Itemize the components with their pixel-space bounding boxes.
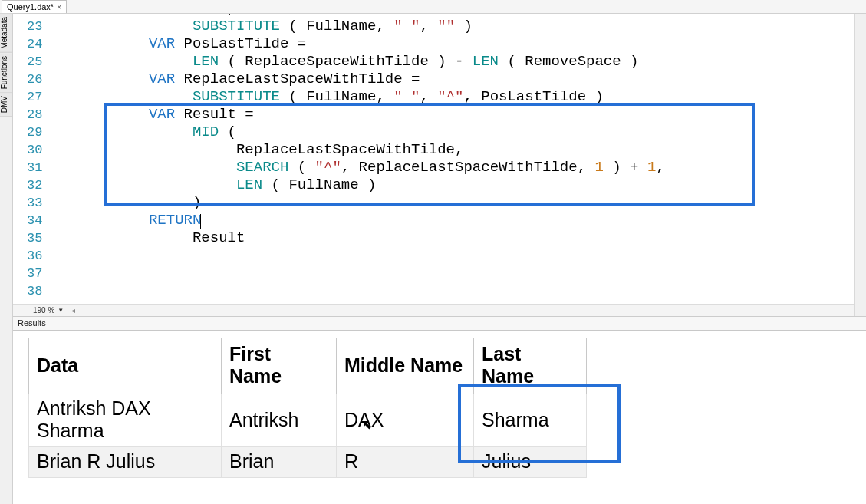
col-data[interactable]: Data [29, 338, 222, 394]
line-number: 30 [13, 141, 48, 159]
line-number: 37 [13, 265, 48, 282]
code-line[interactable]: SEARCH ( "^", ReplaceLastSpaceWithTilde,… [48, 159, 855, 176]
code-line[interactable]: VAR PosLastTilde = [48, 35, 855, 53]
cell: Brian [222, 447, 337, 478]
code-editor[interactable]: 22 VAR RemoveSpace23 SUBSTITUTE ( FullNa… [13, 14, 866, 317]
results-title: Results [13, 317, 866, 331]
tab-strip: Query1.dax* × [0, 0, 866, 14]
cell: Sharma [474, 394, 587, 447]
code-line[interactable]: ) [48, 194, 855, 212]
code-line[interactable]: RETURN [48, 212, 855, 229]
zoom-scroll-icon[interactable]: ◂ [71, 306, 75, 315]
code-line[interactable]: SUBSTITUTE ( FullName, " ", "" ) [48, 18, 855, 35]
code-line[interactable]: VAR ReplaceLastSpaceWithTilde = [48, 71, 855, 88]
line-number: 29 [13, 124, 48, 141]
line-number: 25 [13, 53, 48, 71]
code-line[interactable]: ReplaceLastSpaceWithTilde, [48, 141, 855, 159]
cell: Antriksh DAX Sharma [29, 394, 222, 447]
code-line[interactable] [48, 247, 855, 265]
line-number: 24 [13, 35, 48, 53]
sidebar-item-metadata[interactable]: Metadata [0, 14, 12, 53]
line-number: 36 [13, 247, 48, 265]
results-grid: Data First Name Middle Name Last Name An… [28, 338, 866, 478]
cell: Julius [474, 447, 587, 478]
line-number: 27 [13, 88, 48, 106]
table-row[interactable]: Brian R JuliusBrianRJulius [29, 447, 587, 478]
code-line[interactable]: LEN ( FullName ) [48, 176, 855, 194]
zoom-value[interactable]: 190 % [33, 306, 54, 315]
code-lines: 22 VAR RemoveSpace23 SUBSTITUTE ( FullNa… [13, 14, 855, 300]
cell: R [337, 447, 474, 478]
document-tab[interactable]: Query1.dax* × [2, 0, 67, 13]
code-line[interactable] [48, 265, 855, 282]
table-header-row: Data First Name Middle Name Last Name [29, 338, 587, 394]
code-line[interactable]: MID ( [48, 124, 855, 141]
line-number: 32 [13, 176, 48, 194]
col-last[interactable]: Last Name [474, 338, 587, 394]
line-number: 35 [13, 229, 48, 247]
table-row[interactable]: Antriksh DAX SharmaAntrikshDAXSharma [29, 394, 587, 447]
tab-label: Query1.dax* [7, 2, 54, 12]
code-line[interactable]: LEN ( ReplaceSpaceWithTilde ) - LEN ( Re… [48, 53, 855, 71]
zoom-bar: 190 % ▼ ◂ [13, 304, 866, 316]
results-pane: Results Data First Name Middle Name Last… [13, 317, 866, 504]
line-number: 31 [13, 159, 48, 176]
line-number: 34 [13, 212, 48, 229]
sidebar-item-dmv[interactable]: DMV [0, 93, 12, 117]
code-line[interactable] [48, 282, 855, 300]
col-first[interactable]: First Name [222, 338, 337, 394]
line-number: 26 [13, 71, 48, 88]
side-tool-tabs: Metadata Functions DMV [0, 14, 13, 504]
cell: DAX [337, 394, 474, 447]
cell: Antriksh [222, 394, 337, 447]
line-number: 33 [13, 194, 48, 212]
code-line[interactable]: VAR Result = [48, 106, 855, 124]
code-line[interactable]: Result [48, 229, 855, 247]
line-number: 28 [13, 106, 48, 124]
close-icon[interactable]: × [57, 3, 61, 12]
zoom-dropdown-icon[interactable]: ▼ [58, 307, 64, 314]
line-number: 38 [13, 282, 48, 300]
line-number: 23 [13, 18, 48, 35]
col-middle[interactable]: Middle Name [337, 338, 474, 394]
cell: Brian R Julius [29, 447, 222, 478]
code-line[interactable]: SUBSTITUTE ( FullName, " ", "^", PosLast… [48, 88, 855, 106]
sidebar-item-functions[interactable]: Functions [0, 53, 12, 93]
